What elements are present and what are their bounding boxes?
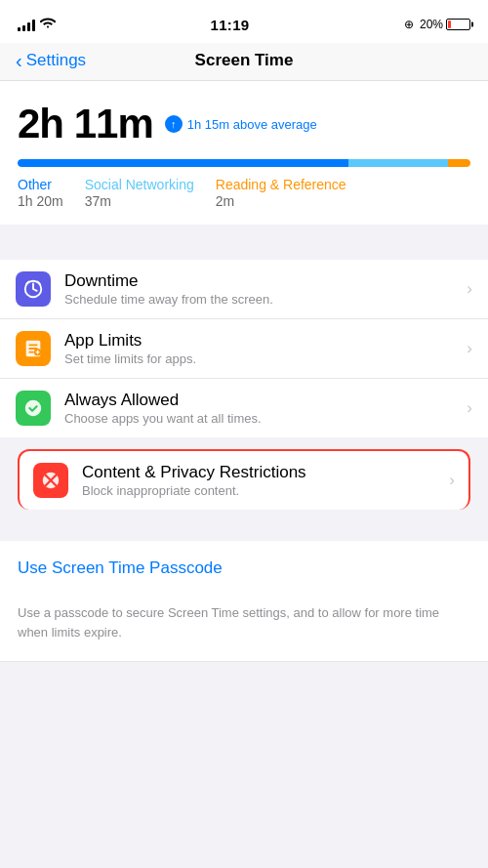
passcode-link[interactable]: Use Screen Time Passcode: [18, 558, 470, 578]
app-limits-item[interactable]: App Limits Set time limits for apps. ›: [0, 319, 488, 379]
content-privacy-chevron: ›: [449, 471, 455, 490]
passcode-section: Use Screen Time Passcode: [0, 541, 488, 603]
category-labels: Other 1h 20m Social Networking 37m Readi…: [18, 177, 470, 209]
progress-reading: [448, 159, 470, 167]
downtime-text: Downtime Schedule time away from the scr…: [64, 271, 459, 307]
category-reading-time: 2m: [216, 193, 346, 209]
clock: 11:19: [211, 17, 250, 33]
section-divider-2: [0, 512, 488, 541]
downtime-item[interactable]: Downtime Schedule time away from the scr…: [0, 260, 488, 319]
category-social: Social Networking 37m: [85, 177, 194, 209]
progress-social: [348, 159, 448, 167]
content-privacy-icon: [33, 463, 68, 498]
settings-section: Downtime Schedule time away from the scr…: [0, 260, 488, 437]
status-left: [18, 17, 56, 32]
always-allowed-icon: [16, 391, 51, 426]
screen-time-header: 2h 11m ↑ 1h 15m above average Other 1h 2…: [0, 81, 488, 225]
app-limits-text: App Limits Set time limits for apps.: [64, 331, 459, 366]
category-social-name: Social Networking: [85, 177, 194, 192]
section-divider-1: [0, 225, 488, 260]
category-reading: Reading & Reference 2m: [216, 177, 346, 209]
content-privacy-subtitle: Block inappropriate content.: [82, 483, 441, 498]
wifi-icon: [40, 17, 56, 32]
always-allowed-text: Always Allowed Choose apps you want at a…: [64, 391, 459, 426]
passcode-description: Use a passcode to secure Screen Time set…: [18, 603, 470, 641]
arrow-up-icon: ↑: [165, 115, 183, 133]
battery-indicator: 20%: [420, 18, 470, 31]
passcode-description-section: Use a passcode to secure Screen Time set…: [0, 603, 488, 662]
location-icon: ⊕: [404, 18, 414, 31]
downtime-chevron: ›: [467, 279, 472, 299]
category-other-name: Other: [18, 177, 63, 192]
above-average-text: 1h 15m above average: [187, 117, 317, 132]
battery-percentage: 20%: [420, 18, 443, 31]
category-other: Other 1h 20m: [18, 177, 63, 209]
content-privacy-item[interactable]: Content & Privacy Restrictions Block ina…: [18, 449, 470, 510]
usage-progress-bar: [18, 159, 470, 167]
app-limits-title: App Limits: [64, 331, 459, 351]
always-allowed-subtitle: Choose apps you want at all times.: [64, 411, 459, 426]
page-title: Screen Time: [195, 51, 294, 70]
always-allowed-title: Always Allowed: [64, 391, 459, 410]
battery-icon: [446, 19, 470, 30]
downtime-icon: [16, 271, 51, 307]
app-limits-chevron: ›: [467, 339, 472, 358]
content-privacy-text: Content & Privacy Restrictions Block ina…: [82, 463, 441, 498]
highlighted-section: Content & Privacy Restrictions Block ina…: [0, 447, 488, 512]
svg-rect-4: [28, 351, 34, 353]
nav-bar: ‹ Settings Screen Time: [0, 43, 488, 81]
downtime-subtitle: Schedule time away from the screen.: [64, 292, 459, 307]
category-reading-name: Reading & Reference: [216, 177, 346, 192]
back-button[interactable]: ‹ Settings: [16, 51, 86, 70]
above-average: ↑ 1h 15m above average: [165, 115, 317, 133]
signal-icon: [18, 18, 35, 31]
content-privacy-title: Content & Privacy Restrictions: [82, 463, 441, 482]
downtime-title: Downtime: [64, 271, 459, 291]
app-limits-icon: [16, 331, 51, 366]
bottom-spacer: [0, 662, 488, 701]
status-bar: 11:19 ⊕ 20%: [0, 0, 488, 43]
category-other-time: 1h 20m: [18, 193, 63, 209]
total-time: 2h 11m: [18, 101, 153, 147]
always-allowed-item[interactable]: Always Allowed Choose apps you want at a…: [0, 379, 488, 437]
svg-rect-2: [28, 344, 37, 346]
back-label: Settings: [26, 51, 86, 70]
section-divider-mid: [0, 437, 488, 447]
back-chevron-icon: ‹: [16, 51, 22, 70]
category-social-time: 37m: [85, 193, 194, 209]
app-limits-subtitle: Set time limits for apps.: [64, 351, 459, 366]
status-right: ⊕ 20%: [404, 18, 470, 31]
svg-point-6: [25, 400, 42, 417]
progress-other: [18, 159, 348, 167]
always-allowed-chevron: ›: [467, 398, 472, 418]
time-display: 2h 11m ↑ 1h 15m above average: [18, 101, 470, 147]
